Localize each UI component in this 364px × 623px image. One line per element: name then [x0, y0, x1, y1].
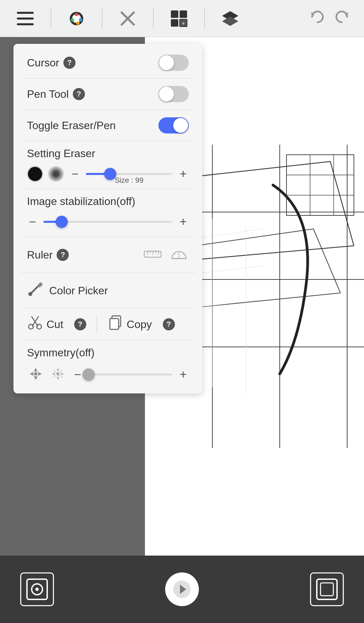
cursor-label: Cursor: [27, 57, 59, 69]
svg-rect-73: [321, 583, 333, 596]
menu-icon[interactable]: [13, 7, 37, 30]
cursor-help-icon[interactable]: ?: [63, 57, 75, 69]
stabilization-controls: − +: [27, 214, 189, 230]
svg-rect-72: [317, 579, 337, 599]
svg-point-69: [35, 588, 39, 591]
divider-1: [51, 8, 51, 29]
svg-rect-64: [110, 319, 119, 329]
copy-icon: [107, 315, 123, 334]
stack-icon[interactable]: [218, 7, 242, 30]
symmetry-slider-track: [89, 374, 172, 376]
eraser-controls: − Size : 99 +: [27, 166, 189, 182]
center-action-button[interactable]: [165, 572, 199, 606]
setting-eraser-label: Setting Eraser: [27, 147, 95, 159]
svg-line-55: [183, 254, 184, 255]
cut-help-icon[interactable]: ?: [74, 318, 86, 330]
svg-line-32: [313, 229, 340, 293]
copy-help-icon[interactable]: ?: [163, 318, 175, 330]
symmetry-icons-group: [27, 365, 67, 384]
eraser-size-label: Size : 99: [115, 176, 144, 185]
settings-panel: Cursor ? Pen Tool ? Toggle Eraser/Pen Se…: [13, 44, 202, 393]
stabilization-minus-button[interactable]: −: [27, 215, 38, 229]
bottom-toolbar: [0, 556, 364, 623]
ruler-help-icon[interactable]: ?: [57, 249, 69, 261]
symmetry-slider[interactable]: [89, 366, 172, 383]
ruler-straight-icon[interactable]: [143, 244, 162, 265]
redo-button[interactable]: [333, 8, 351, 29]
symmetry-minus-button[interactable]: −: [72, 367, 83, 382]
ruler-icons-group: [143, 244, 189, 265]
divider-4: [204, 8, 205, 29]
eraser-plus-button[interactable]: +: [178, 167, 189, 181]
cut-label: Cut: [47, 318, 63, 331]
svg-rect-12: [171, 10, 178, 18]
stabilization-label: Image stabilization(off): [27, 195, 135, 207]
svg-rect-0: [17, 12, 34, 14]
pen-tool-help-icon[interactable]: ?: [73, 88, 85, 100]
ruler-label: Ruler: [27, 249, 53, 261]
svg-point-8: [76, 22, 80, 25]
stabilization-slider-thumb[interactable]: [56, 216, 68, 228]
copy-item[interactable]: Copy: [107, 315, 152, 334]
color-picker-icon: [27, 280, 44, 301]
toggle-eraser-pen-switch[interactable]: [158, 117, 189, 134]
symmetry-label: Symmetry(off): [27, 347, 94, 359]
eraser-minus-button[interactable]: −: [69, 167, 81, 181]
svg-line-31: [195, 229, 313, 246]
brush-soft-icon[interactable]: [48, 166, 64, 182]
ruler-row: Ruler ?: [13, 237, 202, 273]
symmetry-section: Symmetry(off): [13, 340, 202, 390]
top-toolbar: +: [0, 0, 364, 37]
svg-point-6: [79, 18, 82, 22]
brush-hard-icon[interactable]: [27, 166, 43, 182]
toggle-eraser-pen-label: Toggle Eraser/Pen: [27, 119, 116, 132]
symmetry-controls: − +: [27, 365, 189, 384]
color-picker-row[interactable]: Color Picker: [13, 273, 202, 308]
focus-right-button[interactable]: [310, 572, 344, 606]
svg-point-65: [34, 372, 37, 376]
pen-tool-toggle[interactable]: [158, 86, 189, 102]
focus-left-button[interactable]: [20, 572, 54, 606]
layers-icon[interactable]: +: [167, 7, 191, 30]
tools-icon[interactable]: [116, 7, 140, 30]
svg-point-5: [75, 13, 78, 16]
symmetry-slider-thumb[interactable]: [83, 368, 95, 381]
divider-3: [153, 8, 154, 29]
undo-button[interactable]: [309, 8, 326, 29]
pen-tool-row: Pen Tool ?: [13, 79, 202, 110]
cut-copy-separator: [96, 316, 97, 333]
copy-label: Copy: [127, 318, 152, 331]
eraser-slider-track: [86, 173, 172, 175]
svg-marker-18: [222, 17, 238, 26]
stabilization-slider[interactable]: [43, 214, 172, 230]
ruler-protractor-icon[interactable]: [169, 244, 189, 265]
svg-rect-2: [17, 23, 34, 25]
stabilization-plus-button[interactable]: +: [178, 215, 189, 229]
setting-eraser-section: Setting Eraser − Size : 99 +: [13, 141, 202, 185]
eraser-slider[interactable]: Size : 99: [86, 166, 172, 182]
cursor-toggle-knob: [159, 55, 174, 70]
svg-point-57: [28, 292, 32, 296]
pen-tool-label: Pen Tool: [27, 88, 69, 100]
undo-redo-group: [309, 8, 351, 29]
svg-rect-1: [17, 18, 34, 20]
symmetry-plus-button[interactable]: +: [178, 367, 189, 382]
color-picker-label: Color Picker: [49, 285, 108, 297]
eraser-brush-icons: [27, 166, 64, 182]
symmetry-4way-icon[interactable]: [27, 365, 44, 384]
symmetry-8way-icon[interactable]: [49, 365, 67, 384]
svg-text:+: +: [182, 21, 185, 26]
toggle-eraser-pen-row: Toggle Eraser/Pen: [13, 110, 202, 141]
cursor-toggle[interactable]: [158, 55, 189, 71]
cut-icon: [27, 315, 43, 334]
palette-icon[interactable]: [65, 7, 88, 30]
svg-point-11: [126, 17, 129, 20]
cut-copy-row: Cut ? Copy ?: [13, 308, 202, 340]
svg-rect-14: [171, 19, 178, 27]
divider-2: [102, 8, 102, 29]
stabilization-section: Image stabilization(off) − +: [13, 189, 202, 233]
svg-rect-13: [180, 10, 187, 18]
svg-point-66: [56, 372, 60, 376]
cut-item[interactable]: Cut: [27, 315, 63, 334]
svg-rect-35: [286, 155, 354, 215]
